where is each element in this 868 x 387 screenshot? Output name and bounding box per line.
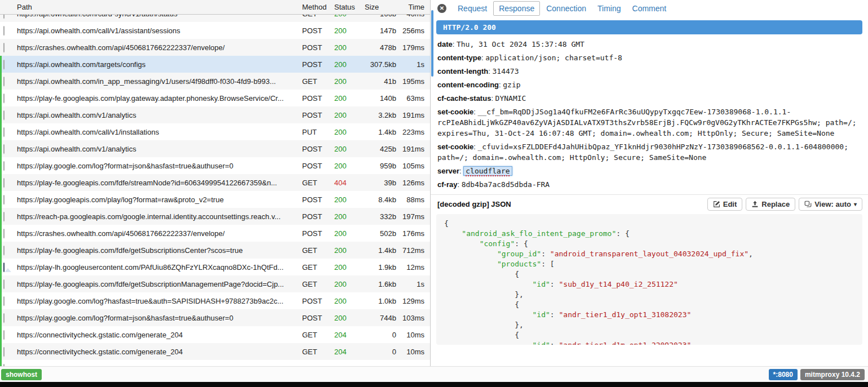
header-name[interactable]: set-cookie (437, 108, 473, 116)
flow-row[interactable]: https://play.google.com/log?format=json&… (0, 309, 430, 326)
icon-cell (0, 179, 17, 187)
flow-row[interactable]: https://play.google.com/log?hasfast=true… (0, 292, 430, 309)
tab-comment[interactable]: Comment (632, 4, 667, 13)
json-punct: : (550, 310, 559, 319)
flow-path: https://api.owhealth.com/call/v1/assista… (17, 26, 302, 35)
flow-status: 200 (334, 111, 365, 119)
flow-size: 425b (365, 145, 398, 153)
flow-status: 200 (334, 77, 365, 86)
flow-path: https://play-fe.googleapis.com/play.gate… (17, 94, 302, 103)
flow-row[interactable]: https://play-fe.googleapis.com/play.gate… (0, 90, 430, 106)
flow-time: 1s (398, 280, 430, 288)
column-header-method[interactable]: Method (302, 3, 334, 11)
file-icon (3, 246, 5, 255)
flow-rows[interactable]: https://api.owhealth.com/card-sync/v1/au… (0, 15, 430, 366)
file-icon (3, 161, 5, 171)
replace-button[interactable]: Replace (746, 198, 795, 211)
json-value: "sub_d1y_t14_p40_i2_251122" (559, 280, 678, 288)
flow-time: 179ms (398, 43, 430, 52)
header-value[interactable]: __cf_bm=RqDDjJSog1a4QfkuFM2e6FArRc36uUQy… (437, 108, 857, 137)
flow-row[interactable]: https://crashes.owhealth.com/api/4506817… (0, 39, 430, 56)
header-value[interactable]: Thu, 31 Oct 2024 15:37:48 GMT (457, 40, 584, 48)
flow-row[interactable]: https://api.owhealth.com/v1/analyticsPOS… (0, 106, 430, 123)
header-name[interactable]: cf-cache-status (437, 94, 491, 103)
header-separator: : (473, 108, 477, 116)
flow-row[interactable]: https://connectivitycheck.gstatic.com/ge… (0, 343, 430, 360)
view-mode-label: View: auto (814, 200, 851, 208)
flow-row[interactable]: https://api.owhealth.com/targets/configs… (0, 56, 430, 73)
flow-row[interactable]: https://play.googleapis.com/play/log?for… (0, 191, 430, 208)
bottom-black-strip (0, 382, 868, 387)
flow-row[interactable]: https://api.owhealth.com/card-sync/v1/au… (0, 15, 430, 22)
flow-method: POST (302, 212, 334, 221)
header-value[interactable]: 8db4ba7ac8d5dbda-FRA (462, 180, 550, 189)
json-punct: { (444, 219, 449, 228)
http-status-bar[interactable]: HTTP/2.0 200 (436, 20, 862, 34)
json-punct: : [ (541, 260, 554, 268)
tab-connection[interactable]: Connection (546, 4, 586, 13)
flow-method: POST (302, 195, 334, 204)
flow-row[interactable]: https://play-fe.googleapis.com/fdfe/getS… (0, 275, 430, 292)
header-value[interactable]: gzip (503, 81, 520, 89)
header-name[interactable]: server (437, 167, 459, 175)
flow-method: GET (302, 348, 334, 356)
flow-path: https://crashes.owhealth.com/api/4506817… (17, 229, 302, 238)
flow-row[interactable]: https://crashes.owhealth.com/api/4506817… (0, 225, 430, 242)
header-value[interactable]: DYNAMIC (495, 94, 526, 103)
header-name[interactable]: date (437, 40, 453, 48)
flow-row[interactable]: https://api.owhealth.com/call/v1/assista… (0, 22, 430, 39)
tab-response[interactable]: Response (493, 1, 540, 16)
flow-row[interactable]: https://play-lh.googleusercontent.com/PA… (0, 259, 430, 275)
file-icon (3, 195, 5, 204)
icon-cell (0, 145, 17, 153)
column-header-path[interactable]: Path (17, 3, 302, 11)
header-name[interactable]: set-cookie (437, 143, 473, 151)
header-name[interactable]: content-length (437, 67, 488, 75)
view-mode-button[interactable]: View: auto ▾ (799, 198, 862, 211)
header-value[interactable]: 314473 (493, 67, 519, 75)
json-line: "id": "andr_tier1_d1y_opt1_31082023" (444, 310, 854, 320)
header-separator: : (473, 143, 477, 151)
icon-cell (0, 195, 17, 204)
tab-request[interactable]: Request (458, 4, 487, 13)
edit-button[interactable]: Edit (707, 198, 743, 211)
flow-size: 0 (365, 348, 398, 356)
flow-status: 204 (334, 331, 365, 339)
detail-tabs: ✕ RequestResponseConnectionTimingComment (431, 0, 868, 17)
column-header-status[interactable]: Status (334, 3, 365, 11)
scrollbar-thumb[interactable] (431, 10, 433, 77)
tab-timing[interactable]: Timing (597, 4, 621, 13)
flow-time: 1s (398, 60, 430, 69)
flow-time: 256ms (398, 26, 430, 35)
body-content-label: [decoded gzip] JSON (437, 200, 704, 208)
flow-row[interactable]: https://reach-pa.googleapis.com/google.i… (0, 208, 430, 225)
flow-row[interactable]: https://api.owhealth.com/in_app_messagin… (0, 73, 430, 90)
flow-row[interactable]: https://connectivitycheck.gstatic.com/ge… (0, 326, 430, 343)
flow-path: https://play-fe.googleapis.com/fdfe/getS… (17, 280, 302, 288)
flow-row[interactable]: https://play.google.com/log?format=json&… (0, 157, 430, 174)
header-separator: : (457, 180, 461, 189)
flow-path: https://play-fe.googleapis.com/fdfe/getS… (17, 246, 302, 255)
response-header-line: set-cookie: __cf_bm=RqDDjJSog1a4QfkuFM2e… (437, 106, 861, 139)
column-header-time[interactable]: Time (398, 3, 430, 11)
header-name[interactable]: cf-ray (437, 180, 457, 189)
flow-row[interactable]: https://play-fe.googleapis.com/fdfe/stre… (0, 174, 430, 191)
response-body-json[interactable]: { "android_ask_flo_intent_page_promo": {… (436, 214, 862, 345)
json-punct: { (444, 331, 519, 339)
header-name[interactable]: content-encoding (437, 81, 499, 89)
flow-row[interactable]: https://api.owhealth.com/v1/analyticsPOS… (0, 140, 430, 157)
close-icon[interactable]: ✕ (437, 4, 446, 13)
header-name[interactable]: content-type (437, 54, 481, 62)
file-icon (3, 77, 5, 86)
column-header-size[interactable]: Size (365, 3, 398, 11)
flow-row[interactable]: https://connectivitycheck.gstatic.com/ge… (0, 360, 430, 366)
response-header-line: content-type: application/json; charset=… (437, 52, 861, 63)
flow-status: 200 (334, 212, 365, 221)
header-value[interactable]: application/json; charset=utf-8 (485, 54, 622, 62)
header-value[interactable]: cloudflare (463, 166, 512, 176)
flow-size: 140b (365, 94, 398, 103)
header-value[interactable]: _cfuvid=xsFZLDDEFd4JahUHibQpaz_YF1knHdjr… (437, 143, 848, 162)
flow-row[interactable]: https://play-fe.googleapis.com/fdfe/getS… (0, 242, 430, 259)
flow-row[interactable]: https://api.owhealth.com/call/v1/install… (0, 123, 430, 140)
icon-cell (0, 128, 17, 136)
